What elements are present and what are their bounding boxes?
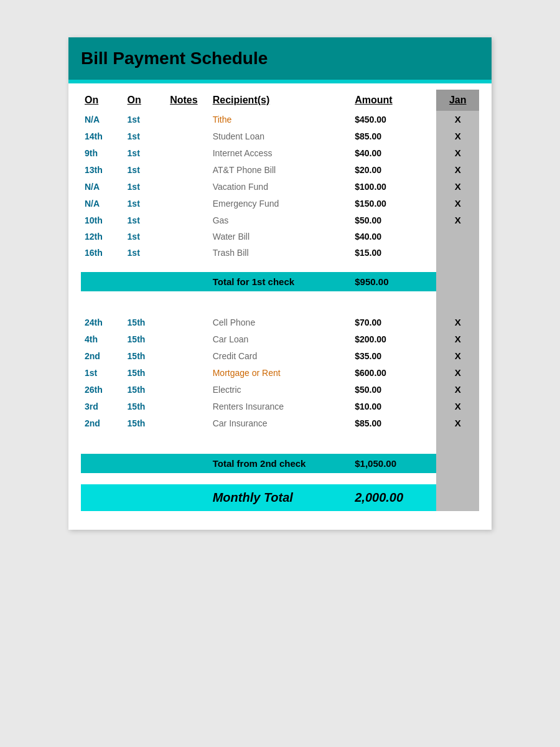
spacer-c6: [436, 261, 479, 272]
total-col-on: [81, 272, 124, 291]
spacer-row: [81, 431, 479, 443]
col-recipient: Trash Bill: [209, 245, 352, 261]
table-row: 9th 1st Internet Access $40.00 X: [81, 144, 479, 161]
col-notes: [166, 381, 209, 398]
col-amount: $150.00: [351, 195, 436, 212]
monthly-label: Monthly Total: [209, 484, 352, 511]
monthly-jan: [436, 484, 479, 511]
col-on2: 15th: [124, 347, 167, 364]
monthly-c1: [81, 484, 124, 511]
table-row: N/A 1st Emergency Fund $150.00 X: [81, 195, 479, 212]
spacer-c2: [124, 431, 167, 443]
col-on2: 1st: [124, 212, 167, 228]
spacer-c3: [166, 431, 209, 443]
col-on1: 12th: [81, 228, 124, 245]
spacer-c3: [166, 291, 209, 303]
spacer-c5: [351, 291, 436, 303]
payment-table: On On Notes Recipient(s) Amount Jan N/A …: [81, 90, 479, 511]
col-amount: $70.00: [351, 314, 436, 331]
col-recipient: Cell Phone: [209, 314, 352, 331]
col-recipient: Car Loan: [209, 331, 352, 347]
spacer-c5: [351, 303, 436, 314]
col-amount: $85.00: [351, 415, 436, 431]
col-notes: [166, 128, 209, 144]
col-recipient: Renters Insurance: [209, 398, 352, 415]
col-on1: N/A: [81, 195, 124, 212]
spacer-c2: [124, 443, 167, 454]
spacer-c4: [209, 431, 352, 443]
header-col-amount: Amount: [351, 90, 436, 111]
col-on2: 1st: [124, 195, 167, 212]
col-on1: 2nd: [81, 415, 124, 431]
col-recipient: Vacation Fund: [209, 178, 352, 195]
col-on2: 1st: [124, 128, 167, 144]
spacer-c2: [124, 261, 167, 272]
col-on1: N/A: [81, 178, 124, 195]
col-on2: 15th: [124, 314, 167, 331]
total-row: Total from 2nd check $1,050.00: [81, 454, 479, 473]
col-on1: 26th: [81, 381, 124, 398]
page-title: Bill Payment Schedule: [81, 49, 479, 68]
col-on1: 1st: [81, 364, 124, 381]
spacer-c1: [81, 291, 124, 303]
col-on1: 13th: [81, 161, 124, 178]
col-jan: X: [436, 178, 479, 195]
header-col-jan: Jan: [436, 90, 479, 111]
spacer-c2: [124, 303, 167, 314]
col-notes: [166, 195, 209, 212]
col-on2: 1st: [124, 228, 167, 245]
col-jan: X: [436, 331, 479, 347]
col-on2: 15th: [124, 415, 167, 431]
col-notes: [166, 111, 209, 128]
title-bar: Bill Payment Schedule: [68, 37, 492, 80]
col-amount: $40.00: [351, 144, 436, 161]
col-jan: X: [436, 314, 479, 331]
spacer-c6: [436, 443, 479, 454]
col-jan: X: [436, 128, 479, 144]
col-notes: [166, 314, 209, 331]
spacer-c1: [81, 473, 124, 484]
col-notes: [166, 161, 209, 178]
spacer-c6: [436, 303, 479, 314]
col-notes: [166, 331, 209, 347]
total-label: Total from 2nd check: [209, 454, 352, 473]
col-recipient: Electric: [209, 381, 352, 398]
spacer-c3: [166, 443, 209, 454]
col-jan: X: [436, 195, 479, 212]
table-row: N/A 1st Vacation Fund $100.00 X: [81, 178, 479, 195]
table-row: 26th 15th Electric $50.00 X: [81, 381, 479, 398]
spacer-c2: [124, 473, 167, 484]
col-on2: 1st: [124, 178, 167, 195]
col-on2: 15th: [124, 398, 167, 415]
col-notes: [166, 347, 209, 364]
table-row: N/A 1st Tithe $450.00 X: [81, 111, 479, 128]
col-notes: [166, 415, 209, 431]
col-notes: [166, 364, 209, 381]
spacer-row: [81, 291, 479, 303]
table-row: 3rd 15th Renters Insurance $10.00 X: [81, 398, 479, 415]
col-notes: [166, 398, 209, 415]
col-notes: [166, 212, 209, 228]
header-col-notes: Notes: [166, 90, 209, 111]
total-col-notes: [166, 272, 209, 291]
col-recipient: Credit Card: [209, 347, 352, 364]
col-jan: X: [436, 364, 479, 381]
col-notes: [166, 178, 209, 195]
total-col-on: [81, 454, 124, 473]
col-notes: [166, 228, 209, 245]
col-jan: X: [436, 161, 479, 178]
table-row: 14th 1st Student Loan $85.00 X: [81, 128, 479, 144]
col-recipient: AT&T Phone Bill: [209, 161, 352, 178]
spacer-row: [81, 473, 479, 484]
spacer-c6: [436, 473, 479, 484]
col-on2: 15th: [124, 331, 167, 347]
total-col-on2: [124, 272, 167, 291]
spacer-c4: [209, 261, 352, 272]
spacer-c4: [209, 473, 352, 484]
col-jan: X: [436, 212, 479, 228]
col-recipient: Emergency Fund: [209, 195, 352, 212]
col-on2: 1st: [124, 111, 167, 128]
spacer-c5: [351, 443, 436, 454]
col-recipient: Gas: [209, 212, 352, 228]
total-amount: $950.00: [351, 272, 436, 291]
